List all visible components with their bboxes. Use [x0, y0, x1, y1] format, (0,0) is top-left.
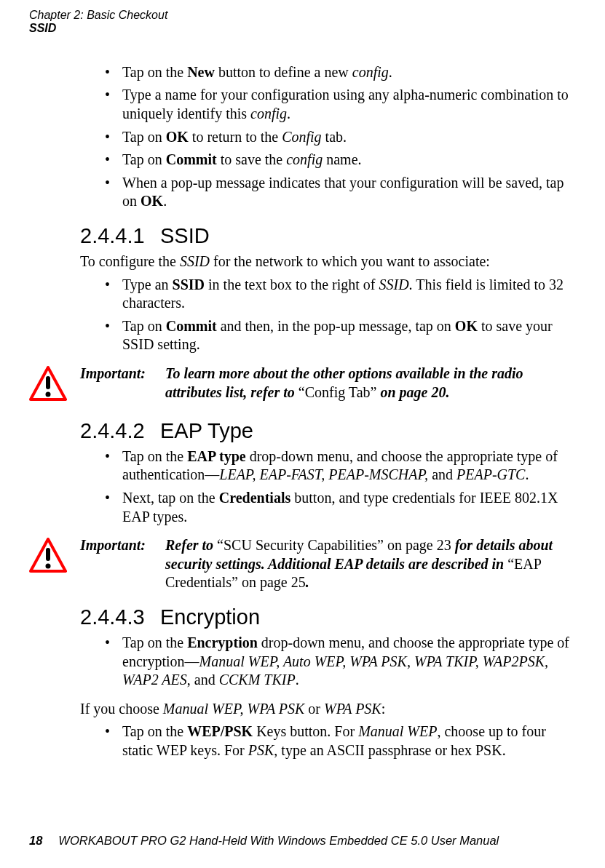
warning-icon: [29, 538, 67, 578]
svg-rect-4: [46, 548, 50, 561]
list-item: Tap on Commit and then, in the pop-up me…: [100, 317, 576, 354]
svg-point-5: [46, 564, 51, 569]
heading-eap-type: 2.4.4.2EAP Type: [80, 418, 576, 445]
list-item: Tap on Commit to save the config name.: [100, 151, 576, 170]
heading-ssid: 2.4.4.1SSID: [80, 223, 576, 250]
warning-icon: [29, 366, 67, 406]
encryption-condition: If you choose Manual WEP, WPA PSK or WPA…: [80, 700, 576, 719]
svg-rect-1: [46, 376, 50, 389]
list-item: Tap on the Encryption drop-down menu, an…: [100, 634, 576, 690]
list-item: Tap on the EAP type drop-down menu, and …: [100, 447, 576, 485]
svg-point-2: [46, 392, 51, 397]
page: Chapter 2: Basic Checkout SSID Tap on th…: [0, 0, 605, 868]
important-text: Important:Refer to “SCU Security Capabil…: [80, 536, 576, 592]
ssid-bullet-list: Type an SSID in the text box to the righ…: [100, 276, 576, 354]
header-chapter: Chapter 2: Basic Checkout: [29, 9, 576, 22]
encryption-bullet-list-2: Tap on the WEP/PSK Keys button. For Manu…: [100, 722, 576, 760]
ssid-intro: To configure the SSID for the network to…: [80, 252, 576, 271]
list-item: Tap on OK to return to the Config tab.: [100, 128, 576, 147]
running-header: Chapter 2: Basic Checkout SSID: [29, 9, 576, 36]
header-section: SSID: [29, 22, 576, 35]
list-item: Type an SSID in the text box to the righ…: [100, 276, 576, 313]
encryption-bullet-list: Tap on the Encryption drop-down menu, an…: [100, 634, 576, 690]
page-footer: 18WORKABOUT PRO G2 Hand-Held With Window…: [29, 834, 499, 848]
list-item: When a pop-up message indicates that you…: [100, 174, 576, 211]
intro-bullet-list: Tap on the New button to define a new co…: [100, 63, 576, 211]
important-note-2: Important:Refer to “SCU Security Capabil…: [29, 536, 576, 592]
footer-title: WORKABOUT PRO G2 Hand-Held With Windows …: [58, 834, 499, 847]
body-content: Tap on the New button to define a new co…: [80, 63, 576, 760]
list-item: Next, tap on the Credentials button, and…: [100, 489, 576, 526]
list-item: Tap on the New button to define a new co…: [100, 63, 576, 82]
list-item: Type a name for your configuration using…: [100, 86, 576, 123]
list-item: Tap on the WEP/PSK Keys button. For Manu…: [100, 722, 576, 760]
heading-encryption: 2.4.4.3Encryption: [80, 604, 576, 631]
important-text: Important:To learn more about the other …: [80, 365, 576, 402]
page-number: 18: [29, 834, 42, 847]
eap-bullet-list: Tap on the EAP type drop-down menu, and …: [100, 447, 576, 526]
important-note-1: Important:To learn more about the other …: [29, 365, 576, 406]
